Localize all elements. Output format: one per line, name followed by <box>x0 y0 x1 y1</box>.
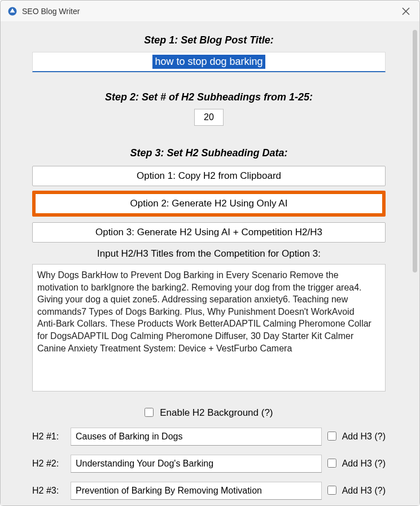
option2-button[interactable]: Option 2: Generate H2 Using Only AI <box>32 191 386 217</box>
add-h3-label-2[interactable]: Add H3 (?) <box>327 459 386 469</box>
add-h3-label-3[interactable]: Add H3 (?) <box>327 486 386 496</box>
option3-button[interactable]: Option 3: Generate H2 Using AI + Competi… <box>32 222 386 243</box>
add-h3-checkbox-2[interactable] <box>327 459 336 468</box>
app-window: SEO Blog Writer Step 1: Set Blog Post Ti… <box>0 0 420 506</box>
competition-label: Input H2/H3 Titles from the Competition … <box>32 248 386 259</box>
content-area: Step 1: Set Blog Post Title: how to stop… <box>1 22 419 505</box>
add-h3-checkbox-3[interactable] <box>327 486 336 495</box>
enable-h2-bg-label[interactable]: Enable H2 Background (?) <box>145 407 273 418</box>
step2-label: Step 2: Set # of H2 Subheadings from 1-2… <box>32 91 386 103</box>
enable-h2-bg-checkbox[interactable] <box>145 408 154 417</box>
option1-button[interactable]: Option 1: Copy H2 from Clipboard <box>32 166 386 186</box>
h2-input-2[interactable] <box>71 455 322 473</box>
scrollbar-thumb[interactable] <box>413 30 417 272</box>
add-h3-checkbox-1[interactable] <box>327 432 336 441</box>
titlebar: SEO Blog Writer <box>1 1 419 22</box>
app-icon <box>7 6 18 16</box>
h2-row-label: H2 #2: <box>32 459 65 469</box>
step3-label: Step 3: Set H2 Subheading Data: <box>32 147 386 159</box>
close-icon <box>402 7 410 15</box>
blog-title-input[interactable]: how to stop dog barking <box>32 52 386 72</box>
close-button[interactable] <box>399 5 413 18</box>
competition-textarea[interactable] <box>32 264 386 391</box>
scrollbar-track[interactable] <box>413 30 417 498</box>
h2-row-label: H2 #1: <box>32 432 65 442</box>
enable-h2-bg-text: Enable H2 Background (?) <box>160 407 273 418</box>
blog-title-selected-text: how to stop dog barking <box>152 55 265 69</box>
h2-row: H2 #1: Add H3 (?) <box>32 428 386 446</box>
h2-input-1[interactable] <box>71 428 322 446</box>
window-title: SEO Blog Writer <box>22 7 399 16</box>
step1-label: Step 1: Set Blog Post Title: <box>32 34 386 46</box>
h2-row: H2 #3: Add H3 (?) <box>32 482 386 500</box>
add-h3-label-1[interactable]: Add H3 (?) <box>327 432 386 442</box>
h2-input-3[interactable] <box>71 482 322 500</box>
h2-row-label: H2 #3: <box>32 486 65 496</box>
h2-row: H2 #2: Add H3 (?) <box>32 455 386 473</box>
h2-count-input[interactable] <box>194 109 224 126</box>
